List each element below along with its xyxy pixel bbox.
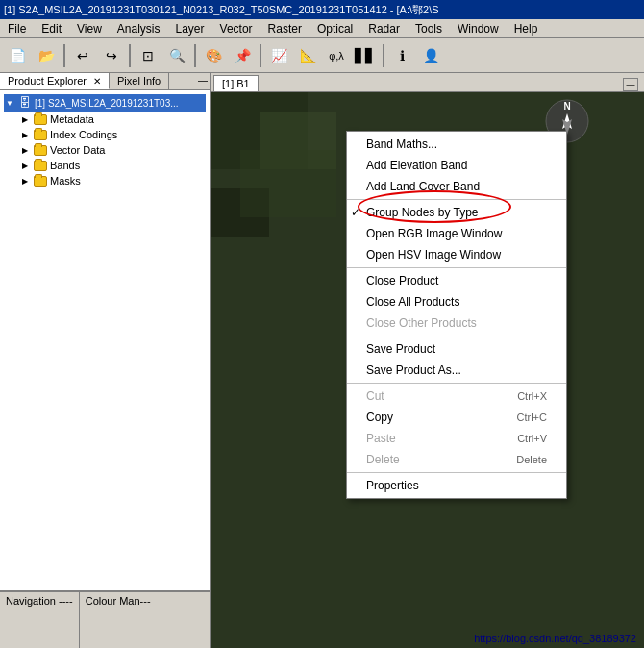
menu-view[interactable]: View <box>71 21 108 37</box>
ctx-add-landcover-label: Add Land Cover Band <box>366 180 480 193</box>
tree-view: ▼ 🗄 [1] S2A_MSIL2A_20191231T03... ▶ Meta… <box>0 90 210 590</box>
toolbar-ruler[interactable]: 📐 <box>294 42 321 69</box>
toolbar-info[interactable]: ℹ <box>388 42 415 69</box>
menu-vector[interactable]: Vector <box>214 21 259 37</box>
tree-vector-data[interactable]: ▶ Vector Data <box>4 142 206 158</box>
toolbar-color[interactable]: 🎨 <box>200 42 227 69</box>
nav-tab-label: Navigation <box>6 595 56 607</box>
menu-tools[interactable]: Tools <box>409 21 448 37</box>
ctx-band-maths[interactable]: Band Maths... <box>347 134 566 155</box>
ctx-sep1 <box>347 199 566 200</box>
ctx-delete-label: Delete <box>366 453 400 466</box>
ctx-save-product-as[interactable]: Save Product As... <box>347 360 566 381</box>
menu-bar: File Edit View Analysis Layer Vector Ras… <box>0 19 644 38</box>
folder-metadata-icon <box>33 112 48 126</box>
ctx-properties[interactable]: Properties <box>347 475 566 496</box>
tree-bands[interactable]: ▶ Bands <box>4 158 206 173</box>
menu-help[interactable]: Help <box>508 21 544 37</box>
svg-rect-4 <box>240 150 336 217</box>
toolbar-bars[interactable]: ▋▋ <box>352 42 379 69</box>
toolbar-redo[interactable]: ↪ <box>98 42 125 69</box>
tree-masks[interactable]: ▶ Masks <box>4 173 206 188</box>
ctx-close-all[interactable]: Close All Products <box>347 291 566 312</box>
menu-radar[interactable]: Radar <box>362 21 406 37</box>
tree-vectordata-label: Vector Data <box>50 144 105 156</box>
ctx-paste-label: Paste <box>366 432 396 445</box>
ctx-paste: Paste Ctrl+V <box>347 428 566 449</box>
toolbar-undo[interactable]: ↩ <box>69 42 96 69</box>
tab-pixel-info[interactable]: Pixel Info <box>110 73 169 89</box>
ctx-copy[interactable]: Copy Ctrl+C <box>347 407 566 428</box>
menu-file[interactable]: File <box>2 21 32 37</box>
tree-expand-masks[interactable]: ▶ <box>19 175 31 187</box>
ctx-close-product-label: Close Product <box>366 274 438 287</box>
toolbar-zoom-region[interactable]: 🔍 <box>163 42 190 69</box>
ctx-open-rgb[interactable]: Open RGB Image Window <box>347 223 566 244</box>
right-tab-b1[interactable]: [1] B1 <box>213 75 259 91</box>
ctx-paste-shortcut: Ctrl+V <box>517 433 547 444</box>
menu-layer[interactable]: Layer <box>170 21 211 37</box>
toolbar-profile[interactable]: 👤 <box>417 42 444 69</box>
toolbar-pin[interactable]: 📌 <box>229 42 256 69</box>
ctx-save-product-label: Save Product <box>366 342 435 356</box>
ctx-checkmark-icon: ✓ <box>351 206 360 219</box>
folder-vectordata-icon <box>33 143 48 157</box>
menu-optical[interactable]: Optical <box>311 21 359 37</box>
toolbar-zoom-fit[interactable]: ⊡ <box>135 42 161 69</box>
right-tab-bar: [1] B1 — <box>211 73 644 92</box>
toolbar: 📄 📂 ↩ ↪ ⊡ 🔍 🎨 📌 📈 📐 φ,λ ▋▋ ℹ 👤 <box>0 38 644 73</box>
nav-tab[interactable]: Navigation ---- <box>0 592 80 648</box>
tab-product-explorer[interactable]: Product Explorer ✕ <box>0 73 110 89</box>
folder-indexcodings-icon <box>33 128 48 141</box>
ctx-save-product[interactable]: Save Product <box>347 338 566 360</box>
tree-metadata-label: Metadata <box>50 113 94 125</box>
colour-tab[interactable]: Colour Man--- <box>80 592 157 648</box>
ctx-sep3 <box>347 336 566 336</box>
tree-expand-metadata[interactable]: ▶ <box>19 113 31 125</box>
svg-text:N: N <box>563 101 570 112</box>
menu-window[interactable]: Window <box>452 21 505 37</box>
ctx-add-elevation[interactable]: Add Elevation Band <box>347 155 566 176</box>
toolbar-sep5 <box>383 44 384 67</box>
menu-edit[interactable]: Edit <box>36 21 67 37</box>
ctx-open-hsv-label: Open HSV Image Window <box>366 248 501 262</box>
panel-minimize-icon[interactable]: — <box>198 75 208 86</box>
tree-bands-label: Bands <box>50 160 80 171</box>
menu-raster[interactable]: Raster <box>262 21 308 37</box>
tree-expand-indexcodings[interactable]: ▶ <box>19 129 31 140</box>
toolbar-chart[interactable]: 📈 <box>265 42 292 69</box>
ctx-close-product[interactable]: Close Product <box>347 270 566 291</box>
ctx-group-nodes[interactable]: ✓ Group Nodes by Type <box>347 202 566 223</box>
colour-tab-label: Colour Man--- <box>86 595 151 607</box>
tree-expand-bands[interactable]: ▶ <box>19 160 31 171</box>
ctx-delete-shortcut: Delete <box>516 454 547 465</box>
tree-root[interactable]: ▼ 🗄 [1] S2A_MSIL2A_20191231T03... <box>4 94 206 112</box>
menu-analysis[interactable]: Analysis <box>111 21 166 37</box>
tree-masks-label: Masks <box>50 175 81 187</box>
ctx-copy-shortcut: Ctrl+C <box>517 411 547 423</box>
tree-metadata[interactable]: ▶ Metadata <box>4 112 206 127</box>
toolbar-sep1 <box>63 44 65 67</box>
folder-bands-icon <box>33 159 48 172</box>
ctx-save-product-as-label: Save Product As... <box>366 363 461 377</box>
toolbar-new[interactable]: 📄 <box>4 42 31 69</box>
ctx-close-other-label: Close Other Products <box>366 316 477 330</box>
tree-expand-vectordata[interactable]: ▶ <box>19 144 31 156</box>
ctx-add-landcover[interactable]: Add Land Cover Band <box>347 176 566 197</box>
tab-close-icon[interactable]: ✕ <box>93 76 101 87</box>
database-icon: 🗄 <box>17 96 33 110</box>
folder-masks-icon <box>33 174 48 187</box>
tree-index-codings[interactable]: ▶ Index Codings <box>4 127 206 142</box>
ctx-open-hsv[interactable]: Open HSV Image Window <box>347 244 566 265</box>
ctx-band-maths-label: Band Maths... <box>366 137 437 151</box>
tree-indexcodings-label: Index Codings <box>50 129 117 140</box>
toolbar-open[interactable]: 📂 <box>33 42 60 69</box>
tree-expand-root[interactable]: ▼ <box>4 97 15 109</box>
ctx-properties-label: Properties <box>366 479 419 492</box>
toolbar-formula[interactable]: φ,λ <box>323 42 350 69</box>
bottom-panel: Navigation ---- Colour Man--- <box>0 590 210 648</box>
right-minimize-btn[interactable]: — <box>623 78 638 91</box>
ctx-open-rgb-label: Open RGB Image Window <box>366 227 502 240</box>
main-area: Product Explorer ✕ Pixel Info — ▼ 🗄 [1] … <box>0 73 644 648</box>
tree-root-label: [1] S2A_MSIL2A_20191231T03... <box>35 98 179 109</box>
